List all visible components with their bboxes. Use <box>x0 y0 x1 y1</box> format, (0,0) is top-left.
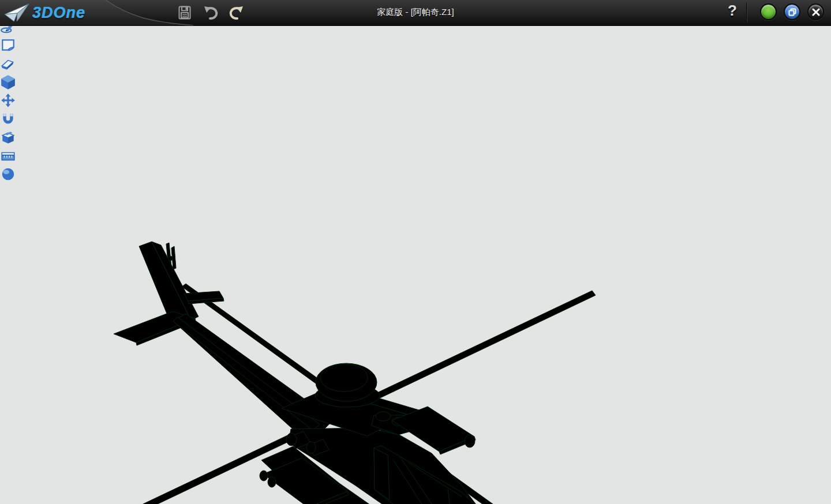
undo-icon <box>203 5 218 20</box>
eraser-icon <box>0 55 16 72</box>
left-toolbar <box>0 0 831 185</box>
restore-icon <box>788 8 796 16</box>
save-icon <box>177 5 192 20</box>
save-button[interactable] <box>177 5 193 21</box>
undo-button[interactable] <box>203 5 219 21</box>
tool-extrude-solid[interactable] <box>0 74 831 92</box>
redo-button[interactable] <box>229 5 245 21</box>
tool-measure[interactable] <box>0 148 831 166</box>
document-title: 家庭版 - [阿帕奇.Z1] <box>0 7 831 18</box>
ruler-icon <box>0 148 16 164</box>
sphere-icon <box>0 166 16 182</box>
solid-cube-icon <box>0 74 16 90</box>
app-name: 3DOne <box>32 4 85 22</box>
close-icon <box>812 8 820 16</box>
app-window: { "titlebar": { "app_name": "3DOne", "do… <box>0 0 831 504</box>
tool-render-material[interactable] <box>0 166 831 185</box>
tool-sketch-plane[interactable] <box>0 37 831 55</box>
app-logo: 3DOne <box>3 1 85 24</box>
restore-button[interactable] <box>784 3 800 20</box>
minimize-button[interactable] <box>760 3 777 20</box>
tool-erase[interactable] <box>0 55 831 74</box>
help-button[interactable]: ? <box>724 2 741 22</box>
magnet-icon <box>0 111 16 127</box>
titlebar-actions <box>177 5 245 21</box>
tool-special-shapes[interactable] <box>0 129 831 148</box>
viewport[interactable]: i3DOne.com 147.651 mm <box>0 185 831 504</box>
titlebar: 3DOne 家庭版 - [阿帕奇.Z1] ? <box>0 0 831 26</box>
helicopter-model[interactable] <box>0 185 791 504</box>
sketch-plane-icon <box>0 37 16 53</box>
open-box-icon <box>0 129 16 145</box>
paper-plane-icon <box>3 2 30 24</box>
redo-icon <box>229 5 244 20</box>
titlebar-separator <box>746 3 747 22</box>
close-button[interactable] <box>807 3 824 20</box>
tool-assembly-magnet[interactable] <box>0 111 831 129</box>
tool-move-transform[interactable] <box>0 92 831 111</box>
move-arrows-icon <box>0 92 16 108</box>
